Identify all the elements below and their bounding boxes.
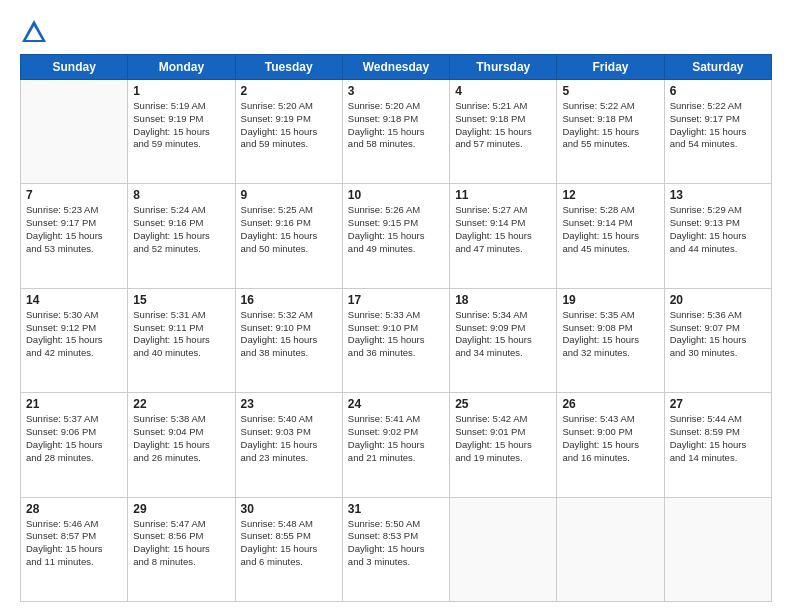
calendar-cell: 29Sunrise: 5:47 AM Sunset: 8:56 PM Dayli… (128, 497, 235, 601)
calendar-cell: 17Sunrise: 5:33 AM Sunset: 9:10 PM Dayli… (342, 288, 449, 392)
day-number: 7 (26, 188, 122, 202)
calendar-cell: 15Sunrise: 5:31 AM Sunset: 9:11 PM Dayli… (128, 288, 235, 392)
cell-info: Sunrise: 5:41 AM Sunset: 9:02 PM Dayligh… (348, 413, 444, 464)
weekday-header: Thursday (450, 55, 557, 80)
weekday-header: Friday (557, 55, 664, 80)
day-number: 11 (455, 188, 551, 202)
calendar-cell: 1Sunrise: 5:19 AM Sunset: 9:19 PM Daylig… (128, 80, 235, 184)
calendar-cell: 4Sunrise: 5:21 AM Sunset: 9:18 PM Daylig… (450, 80, 557, 184)
day-number: 29 (133, 502, 229, 516)
page: SundayMondayTuesdayWednesdayThursdayFrid… (0, 0, 792, 612)
weekday-header: Monday (128, 55, 235, 80)
calendar-cell: 20Sunrise: 5:36 AM Sunset: 9:07 PM Dayli… (664, 288, 771, 392)
cell-info: Sunrise: 5:33 AM Sunset: 9:10 PM Dayligh… (348, 309, 444, 360)
day-number: 3 (348, 84, 444, 98)
calendar-cell: 22Sunrise: 5:38 AM Sunset: 9:04 PM Dayli… (128, 393, 235, 497)
day-number: 21 (26, 397, 122, 411)
calendar-table: SundayMondayTuesdayWednesdayThursdayFrid… (20, 54, 772, 602)
calendar-cell: 27Sunrise: 5:44 AM Sunset: 8:59 PM Dayli… (664, 393, 771, 497)
cell-info: Sunrise: 5:20 AM Sunset: 9:19 PM Dayligh… (241, 100, 337, 151)
calendar-row: 7Sunrise: 5:23 AM Sunset: 9:17 PM Daylig… (21, 184, 772, 288)
day-number: 20 (670, 293, 766, 307)
calendar-row: 14Sunrise: 5:30 AM Sunset: 9:12 PM Dayli… (21, 288, 772, 392)
weekday-header: Tuesday (235, 55, 342, 80)
cell-info: Sunrise: 5:34 AM Sunset: 9:09 PM Dayligh… (455, 309, 551, 360)
cell-info: Sunrise: 5:44 AM Sunset: 8:59 PM Dayligh… (670, 413, 766, 464)
cell-info: Sunrise: 5:25 AM Sunset: 9:16 PM Dayligh… (241, 204, 337, 255)
day-number: 24 (348, 397, 444, 411)
calendar-cell: 18Sunrise: 5:34 AM Sunset: 9:09 PM Dayli… (450, 288, 557, 392)
cell-info: Sunrise: 5:42 AM Sunset: 9:01 PM Dayligh… (455, 413, 551, 464)
cell-info: Sunrise: 5:21 AM Sunset: 9:18 PM Dayligh… (455, 100, 551, 151)
day-number: 1 (133, 84, 229, 98)
calendar-cell: 11Sunrise: 5:27 AM Sunset: 9:14 PM Dayli… (450, 184, 557, 288)
day-number: 9 (241, 188, 337, 202)
cell-info: Sunrise: 5:19 AM Sunset: 9:19 PM Dayligh… (133, 100, 229, 151)
calendar-cell: 30Sunrise: 5:48 AM Sunset: 8:55 PM Dayli… (235, 497, 342, 601)
calendar-cell: 2Sunrise: 5:20 AM Sunset: 9:19 PM Daylig… (235, 80, 342, 184)
calendar-cell: 7Sunrise: 5:23 AM Sunset: 9:17 PM Daylig… (21, 184, 128, 288)
day-number: 28 (26, 502, 122, 516)
day-number: 17 (348, 293, 444, 307)
cell-info: Sunrise: 5:38 AM Sunset: 9:04 PM Dayligh… (133, 413, 229, 464)
logo (20, 18, 52, 46)
calendar-cell: 3Sunrise: 5:20 AM Sunset: 9:18 PM Daylig… (342, 80, 449, 184)
cell-info: Sunrise: 5:50 AM Sunset: 8:53 PM Dayligh… (348, 518, 444, 569)
day-number: 23 (241, 397, 337, 411)
calendar-cell (664, 497, 771, 601)
day-number: 26 (562, 397, 658, 411)
day-number: 27 (670, 397, 766, 411)
calendar-row: 1Sunrise: 5:19 AM Sunset: 9:19 PM Daylig… (21, 80, 772, 184)
day-number: 15 (133, 293, 229, 307)
day-number: 30 (241, 502, 337, 516)
cell-info: Sunrise: 5:26 AM Sunset: 9:15 PM Dayligh… (348, 204, 444, 255)
calendar-cell: 25Sunrise: 5:42 AM Sunset: 9:01 PM Dayli… (450, 393, 557, 497)
header (20, 18, 772, 46)
calendar-cell: 31Sunrise: 5:50 AM Sunset: 8:53 PM Dayli… (342, 497, 449, 601)
logo-icon (20, 18, 48, 46)
calendar-cell: 14Sunrise: 5:30 AM Sunset: 9:12 PM Dayli… (21, 288, 128, 392)
calendar-cell: 12Sunrise: 5:28 AM Sunset: 9:14 PM Dayli… (557, 184, 664, 288)
cell-info: Sunrise: 5:22 AM Sunset: 9:18 PM Dayligh… (562, 100, 658, 151)
cell-info: Sunrise: 5:40 AM Sunset: 9:03 PM Dayligh… (241, 413, 337, 464)
weekday-header: Wednesday (342, 55, 449, 80)
calendar-cell (557, 497, 664, 601)
calendar-cell: 16Sunrise: 5:32 AM Sunset: 9:10 PM Dayli… (235, 288, 342, 392)
weekday-header: Saturday (664, 55, 771, 80)
calendar-cell: 28Sunrise: 5:46 AM Sunset: 8:57 PM Dayli… (21, 497, 128, 601)
cell-info: Sunrise: 5:47 AM Sunset: 8:56 PM Dayligh… (133, 518, 229, 569)
calendar-cell: 13Sunrise: 5:29 AM Sunset: 9:13 PM Dayli… (664, 184, 771, 288)
calendar-row: 21Sunrise: 5:37 AM Sunset: 9:06 PM Dayli… (21, 393, 772, 497)
calendar-cell: 24Sunrise: 5:41 AM Sunset: 9:02 PM Dayli… (342, 393, 449, 497)
cell-info: Sunrise: 5:22 AM Sunset: 9:17 PM Dayligh… (670, 100, 766, 151)
calendar-cell: 10Sunrise: 5:26 AM Sunset: 9:15 PM Dayli… (342, 184, 449, 288)
cell-info: Sunrise: 5:32 AM Sunset: 9:10 PM Dayligh… (241, 309, 337, 360)
weekday-header: Sunday (21, 55, 128, 80)
day-number: 6 (670, 84, 766, 98)
calendar-cell: 19Sunrise: 5:35 AM Sunset: 9:08 PM Dayli… (557, 288, 664, 392)
calendar-cell: 8Sunrise: 5:24 AM Sunset: 9:16 PM Daylig… (128, 184, 235, 288)
cell-info: Sunrise: 5:36 AM Sunset: 9:07 PM Dayligh… (670, 309, 766, 360)
calendar-cell (21, 80, 128, 184)
calendar-cell (450, 497, 557, 601)
day-number: 31 (348, 502, 444, 516)
day-number: 5 (562, 84, 658, 98)
cell-info: Sunrise: 5:31 AM Sunset: 9:11 PM Dayligh… (133, 309, 229, 360)
day-number: 4 (455, 84, 551, 98)
cell-info: Sunrise: 5:35 AM Sunset: 9:08 PM Dayligh… (562, 309, 658, 360)
calendar-cell: 5Sunrise: 5:22 AM Sunset: 9:18 PM Daylig… (557, 80, 664, 184)
day-number: 8 (133, 188, 229, 202)
calendar-cell: 6Sunrise: 5:22 AM Sunset: 9:17 PM Daylig… (664, 80, 771, 184)
cell-info: Sunrise: 5:28 AM Sunset: 9:14 PM Dayligh… (562, 204, 658, 255)
cell-info: Sunrise: 5:37 AM Sunset: 9:06 PM Dayligh… (26, 413, 122, 464)
day-number: 13 (670, 188, 766, 202)
day-number: 14 (26, 293, 122, 307)
cell-info: Sunrise: 5:23 AM Sunset: 9:17 PM Dayligh… (26, 204, 122, 255)
day-number: 25 (455, 397, 551, 411)
calendar-cell: 23Sunrise: 5:40 AM Sunset: 9:03 PM Dayli… (235, 393, 342, 497)
day-number: 12 (562, 188, 658, 202)
day-number: 22 (133, 397, 229, 411)
calendar-cell: 26Sunrise: 5:43 AM Sunset: 9:00 PM Dayli… (557, 393, 664, 497)
cell-info: Sunrise: 5:43 AM Sunset: 9:00 PM Dayligh… (562, 413, 658, 464)
cell-info: Sunrise: 5:46 AM Sunset: 8:57 PM Dayligh… (26, 518, 122, 569)
